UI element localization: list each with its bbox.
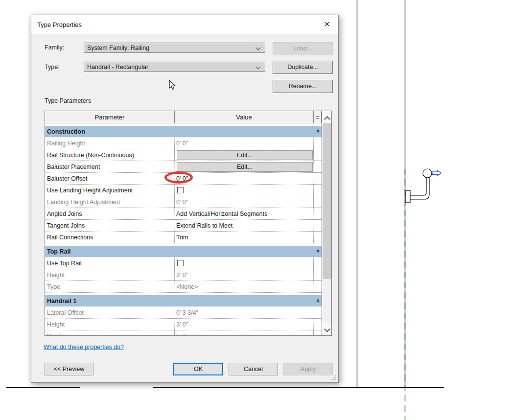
- table-row: Type<None>: [45, 281, 322, 293]
- eq-cell: [314, 319, 322, 330]
- cancel-button[interactable]: Cancel: [229, 363, 278, 375]
- family-dropdown-value: System Family: Railing: [87, 45, 149, 51]
- column-header-eq[interactable]: =: [314, 111, 322, 123]
- parameter-value[interactable]: Extend Rails to Meet: [176, 222, 232, 229]
- table-row: Use Top Rail: [45, 257, 322, 269]
- parameter-value-cell: <None>: [175, 281, 314, 292]
- table-row: PositionLeft: [45, 330, 322, 335]
- parameter-name: Use Landing Height Adjustment: [45, 185, 175, 196]
- type-properties-dialog: Type Properties × Family: System Family:…: [31, 15, 339, 383]
- table-row: Lateral Offset0' 3 3/4": [45, 307, 322, 319]
- parameter-value-cell: Left: [175, 330, 314, 335]
- parameter-value-cell: Edit...: [175, 161, 314, 172]
- eq-cell: [314, 232, 322, 243]
- parameter-value: Left: [176, 333, 186, 336]
- section-label: Top Rail: [45, 246, 309, 257]
- family-dropdown[interactable]: System Family: Railing: [84, 43, 265, 53]
- column-header-parameter[interactable]: Parameter: [45, 111, 175, 123]
- parameter-value: 0' 3 3/4": [176, 309, 198, 316]
- parameter-value[interactable]: Add Vertical/Horizontal Segments: [176, 210, 267, 217]
- parameter-value: 3' 0": [176, 272, 188, 279]
- parameter-value-cell: 3' 0": [175, 319, 314, 330]
- parameter-value-cell: [175, 257, 314, 269]
- rename-button[interactable]: Rename...: [273, 80, 333, 93]
- section-row[interactable]: Handrail 1«: [45, 295, 322, 307]
- parameter-name: Height: [45, 269, 175, 280]
- parameter-value-cell: Extend Rails to Meet: [175, 220, 314, 231]
- eq-cell: [314, 196, 322, 208]
- parameters-body: Construction«Railing Height0' 0"Rail Str…: [45, 123, 322, 335]
- vertical-scrollbar[interactable]: [322, 111, 331, 335]
- parameter-name: Rail Connections: [45, 232, 175, 243]
- parameter-value-cell: Trim: [175, 232, 314, 243]
- parameter-value: 3' 0": [176, 321, 188, 328]
- collapse-section-icon[interactable]: «: [315, 250, 322, 253]
- chevron-down-icon: [256, 46, 260, 50]
- section-label: Handrail 1: [45, 295, 309, 306]
- table-row: Baluster PlacementEdit...: [45, 161, 322, 173]
- table-row: Rail Structure (Non-Continuous)Edit...: [45, 149, 322, 161]
- parameter-value: <None>: [176, 283, 198, 290]
- parameter-value-cell: [175, 185, 314, 196]
- chevron-down-icon: [256, 65, 260, 69]
- column-header-value[interactable]: Value: [175, 111, 314, 123]
- eq-cell: [314, 307, 322, 318]
- dialog-titlebar[interactable]: Type Properties ×: [31, 15, 338, 34]
- eq-cell: [314, 330, 322, 335]
- eq-cell: [314, 138, 322, 149]
- section-row[interactable]: Top Rail«: [45, 246, 322, 257]
- parameter-value-cell: 0' 0": [175, 173, 314, 184]
- eq-cell: [314, 185, 322, 196]
- table-row: Landing Height Adjustment0' 0": [45, 196, 322, 208]
- resize-grip[interactable]: [331, 375, 336, 380]
- parameter-name: Position: [45, 330, 175, 335]
- parameter-value-cell: 3' 0": [175, 269, 314, 280]
- mouse-cursor: [168, 80, 178, 91]
- eq-cell: [314, 149, 322, 161]
- type-dropdown[interactable]: Handrail - Rectangular: [84, 62, 265, 72]
- eq-cell: [314, 257, 322, 269]
- parameter-value: 0' 0": [176, 199, 188, 206]
- parameter-name: Lateral Offset: [45, 307, 175, 318]
- parameter-name: Rail Structure (Non-Continuous): [45, 149, 175, 161]
- parameters-table: Parameter Value = Construction«Railing H…: [45, 111, 332, 336]
- eq-cell: [314, 208, 322, 219]
- value-checkbox[interactable]: [177, 187, 184, 193]
- scroll-up-icon[interactable]: [322, 111, 331, 123]
- help-link[interactable]: What do these properties do?: [44, 344, 124, 350]
- collapse-section-icon[interactable]: «: [315, 130, 322, 133]
- edit-button[interactable]: Edit...: [177, 150, 313, 160]
- type-label: Type:: [45, 64, 60, 70]
- section-row[interactable]: Construction«: [45, 126, 322, 138]
- close-icon[interactable]: ×: [320, 17, 334, 31]
- handrail-bracket-symbol[interactable]: [406, 169, 432, 203]
- value-checkbox[interactable]: [177, 260, 184, 266]
- scrollbar-thumb[interactable]: [323, 123, 331, 279]
- table-row: Rail ConnectionsTrim: [45, 232, 322, 243]
- parameter-name: Use Top Rail: [45, 257, 175, 269]
- dialog-title: Type Properties: [37, 21, 82, 28]
- annotation-ellipse: [164, 171, 193, 184]
- parameter-value-cell: Edit...: [175, 149, 314, 161]
- parameter-value[interactable]: Trim: [176, 234, 188, 241]
- table-row: Height3' 0": [45, 319, 322, 330]
- ok-button[interactable]: OK: [173, 363, 223, 375]
- preview-button[interactable]: << Preview: [45, 363, 93, 375]
- edit-button[interactable]: Edit...: [177, 162, 313, 172]
- table-row: Use Landing Height Adjustment: [45, 185, 322, 196]
- collapse-section-icon[interactable]: «: [315, 299, 322, 303]
- type-dropdown-value: Handrail - Rectangular: [87, 64, 148, 70]
- parameter-value-cell: Add Vertical/Horizontal Segments: [175, 208, 314, 219]
- table-row: Tangent JoinsExtend Rails to Meet: [45, 220, 322, 232]
- flip-arrows-icon[interactable]: [432, 170, 441, 176]
- section-label: Construction: [45, 126, 309, 137]
- parameter-name: Height: [45, 319, 175, 330]
- parameter-name: Landing Height Adjustment: [45, 196, 175, 208]
- scroll-down-icon[interactable]: [322, 323, 331, 335]
- duplicate-button[interactable]: Duplicate...: [273, 61, 333, 74]
- parameter-value-cell: 0' 3 3/4": [175, 307, 314, 318]
- load-button: Load...: [273, 42, 333, 55]
- table-row: Height3' 0": [45, 269, 322, 281]
- parameter-name: Tangent Joins: [45, 220, 175, 231]
- parameter-name: Baluster Offset: [45, 173, 175, 184]
